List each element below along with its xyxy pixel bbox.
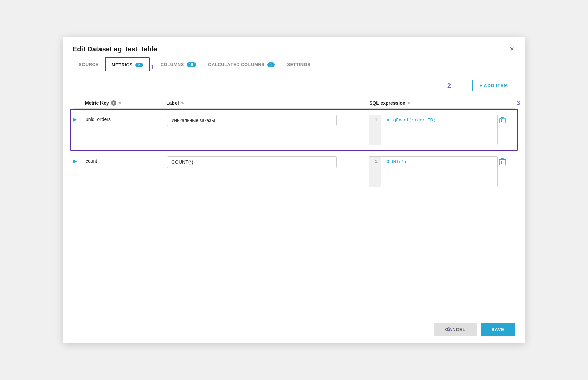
svg-rect-5 <box>500 160 505 165</box>
tab-calculated-columns[interactable]: CALCULATED COLUMNS 1 <box>202 58 281 71</box>
label-cell <box>167 156 369 168</box>
annotation-4: 4 <box>447 326 450 333</box>
svg-rect-7 <box>503 161 504 164</box>
table-header: Metric Key i ⇅ Label ⇅ SQL expression ⇅ … <box>73 98 515 109</box>
delete-row-button[interactable] <box>498 156 507 167</box>
calculated-badge: 1 <box>267 62 275 67</box>
close-button[interactable]: × <box>508 44 515 54</box>
delete-cell <box>498 156 515 167</box>
table-row: ▶ count 1 COUNT(*) <box>73 151 515 192</box>
svg-rect-2 <box>503 119 504 122</box>
annotation-1: 1 <box>151 64 154 71</box>
sql-line-number: 1 <box>369 157 381 187</box>
metric-key-value: uniq_orders <box>86 115 167 122</box>
sort-icon-metric-key[interactable]: ⇅ <box>118 101 121 105</box>
metrics-badge: 2 <box>135 63 143 67</box>
sql-code-value[interactable]: uniqExact(order_ID) <box>381 115 497 145</box>
annotation-2: 2 <box>447 82 451 89</box>
modal-footer: 4 CANCEL SAVE <box>63 316 525 343</box>
columns-badge: 15 <box>187 62 196 67</box>
metric-key-value: count <box>86 156 167 164</box>
sort-icon-sql[interactable]: ⇅ <box>407 101 410 105</box>
tab-columns[interactable]: COLUMNS 15 <box>154 58 202 71</box>
svg-rect-4 <box>501 117 504 118</box>
table-row: ▶ uniq_orders 1 uniqExact(order_ID) <box>70 109 518 151</box>
metric-key-header: Metric Key i ⇅ <box>85 100 166 106</box>
tab-metrics[interactable]: METRICS 2 <box>105 57 150 71</box>
modal-title: Edit Dataset ag_test_table <box>73 45 157 53</box>
annotation-3: 3 <box>517 100 520 107</box>
content-area: 2 + ADD ITEM Metric Key i ⇅ Label ⇅ SQL … <box>63 71 525 316</box>
modal-header: Edit Dataset ag_test_table × <box>63 37 525 54</box>
save-button[interactable]: SAVE <box>481 323 515 336</box>
svg-rect-8 <box>499 159 506 160</box>
label-cell <box>167 115 369 126</box>
svg-rect-3 <box>499 118 506 118</box>
sort-icon-label[interactable]: ⇅ <box>181 101 184 105</box>
delete-row-button[interactable] <box>498 115 507 125</box>
svg-rect-0 <box>500 118 505 123</box>
sql-expression-header: SQL expression ⇅ <box>369 100 498 106</box>
row-expand-button[interactable]: ▶ <box>73 115 86 122</box>
svg-rect-6 <box>501 161 502 164</box>
label-input[interactable] <box>167 156 337 168</box>
label-header: Label ⇅ <box>166 100 369 106</box>
svg-rect-1 <box>501 119 502 122</box>
label-input[interactable] <box>167 115 337 126</box>
sql-code-value[interactable]: COUNT(*) <box>381 157 497 187</box>
tab-source[interactable]: SOURCE <box>73 58 105 71</box>
svg-rect-9 <box>501 158 504 159</box>
delete-cell <box>498 115 515 125</box>
add-item-button[interactable]: + ADD ITEM <box>472 80 515 91</box>
row-expand-button[interactable]: ▶ <box>73 156 86 164</box>
cancel-button[interactable]: CANCEL <box>434 323 476 336</box>
sql-line-number: 1 <box>369 115 381 145</box>
info-icon[interactable]: i <box>111 100 116 106</box>
edit-dataset-modal: Edit Dataset ag_test_table × SOURCE METR… <box>63 37 525 343</box>
tab-settings[interactable]: SETTINGS <box>281 58 316 71</box>
sql-editor[interactable]: 1 uniqExact(order_ID) <box>369 115 498 145</box>
sql-editor[interactable]: 1 COUNT(*) <box>369 156 498 187</box>
tab-bar: SOURCE METRICS 2 1 COLUMNS 15 CALCULATED… <box>63 57 525 71</box>
toolbar: 2 + ADD ITEM <box>73 80 515 91</box>
